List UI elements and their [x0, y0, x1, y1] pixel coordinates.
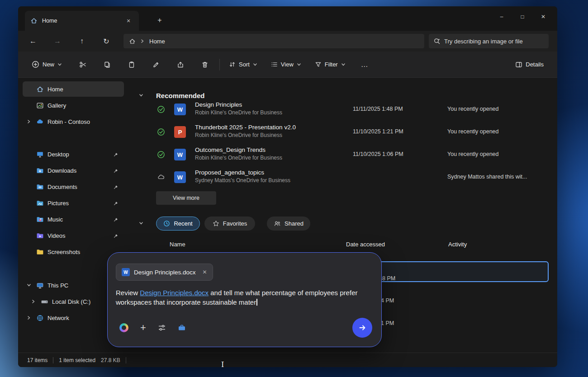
new-button[interactable]: New — [27, 57, 66, 73]
sidebar-item-music[interactable]: Music — [23, 212, 124, 227]
sort-icon — [229, 61, 236, 68]
chevron-down-icon — [341, 62, 346, 67]
view-label: View — [281, 61, 294, 68]
details-label: Details — [526, 61, 544, 68]
attached-file-chip[interactable]: W Design Principles.docx ✕ — [116, 264, 213, 281]
refresh-button[interactable]: ↻ — [99, 34, 114, 48]
share-button[interactable] — [171, 57, 190, 73]
copy-button[interactable] — [97, 57, 117, 73]
view-button[interactable]: View — [266, 57, 306, 73]
network-icon — [35, 313, 44, 322]
sidebar-item-home[interactable]: Home — [23, 81, 124, 97]
chevron-down-icon — [297, 62, 301, 67]
tab-home[interactable]: Home ✕ — [25, 11, 139, 31]
window-controls: – □ ✕ — [491, 9, 554, 24]
tab-shared[interactable]: Shared — [267, 217, 310, 231]
people-icon — [274, 220, 281, 227]
maximize-button[interactable]: □ — [512, 9, 533, 24]
prompt-text-input[interactable]: Review Design Principles.docx and tell m… — [116, 288, 372, 307]
file-location: Robin Kline's OneDrive for Business — [195, 155, 282, 161]
chevron-down-icon[interactable] — [139, 221, 143, 226]
sidebar-item-videos[interactable]: Videos — [23, 228, 124, 243]
file-location: Robin Kline's OneDrive for Business — [195, 109, 282, 116]
word-file-icon: W — [174, 171, 186, 183]
sidebar-item-documents[interactable]: Documents — [23, 179, 124, 194]
recommended-file-row[interactable]: W Design Principles Robin Kline's OneDri… — [128, 99, 550, 119]
text-cursor: I — [221, 360, 224, 369]
chevron-right-icon — [27, 316, 31, 320]
prompt-prefix: Review — [116, 289, 140, 297]
details-pane-icon — [515, 61, 522, 68]
sidebar-item-label: Pictures — [47, 200, 109, 207]
sidebar-item-downloads[interactable]: Downloads — [23, 163, 124, 178]
recommended-file-row[interactable]: P Thunderbolt 2025 - Presentation v2.0 R… — [128, 122, 550, 142]
close-button[interactable]: ✕ — [533, 9, 554, 24]
tab-close-icon[interactable]: ✕ — [123, 16, 133, 26]
filter-button[interactable]: Filter — [310, 57, 350, 73]
pin-icon — [113, 167, 119, 174]
sidebar-item-onedrive[interactable]: Robin - Contoso — [23, 114, 124, 129]
sidebar-item-label: Documents — [47, 184, 109, 190]
pin-icon — [113, 200, 119, 207]
synced-check-icon — [157, 151, 165, 159]
music-folder-icon — [35, 215, 44, 224]
minimize-button[interactable]: – — [491, 9, 512, 24]
file-activity: You recently opened — [447, 128, 499, 135]
sidebar-item-pictures[interactable]: Pictures — [23, 195, 124, 211]
sort-button[interactable]: Sort — [224, 57, 262, 73]
selection-count: 1 item selected — [59, 357, 95, 363]
delete-button[interactable] — [195, 57, 215, 73]
chevron-down-icon[interactable] — [139, 93, 143, 98]
sidebar-item-label: Downloads — [47, 167, 109, 174]
column-header-activity[interactable]: Activity — [448, 241, 467, 248]
status-bar: 17 items 1 item selected 27.8 KB — [18, 353, 557, 367]
add-attachment-button[interactable]: + — [140, 323, 146, 332]
sidebar-item-label: Desktop — [47, 151, 109, 158]
file-location: Sydney Mattos's OneDrive for Business — [195, 177, 290, 184]
up-button[interactable]: ↑ — [74, 34, 90, 48]
file-name: Proposed_agenda_topics — [195, 169, 290, 176]
back-button[interactable]: ← — [25, 34, 41, 48]
tab-label: Shared — [285, 220, 303, 227]
sidebar-item-label: Music — [47, 216, 109, 223]
pin-icon — [113, 232, 119, 239]
breadcrumb[interactable]: Home — [149, 38, 165, 45]
tab-favorites[interactable]: Favorites — [204, 217, 255, 231]
search-box[interactable] — [429, 34, 549, 48]
search-input[interactable] — [444, 38, 544, 45]
desktop-icon — [35, 150, 44, 159]
address-bar[interactable]: Home — [123, 34, 424, 48]
recommended-file-row[interactable]: W Outcomes_Design Trends Robin Kline's O… — [128, 145, 550, 165]
view-more-button[interactable]: View more — [156, 191, 216, 205]
sidebar-item-gallery[interactable]: Gallery — [23, 98, 124, 113]
toolbar-separator — [219, 59, 220, 71]
section-tabs: Recent Favorites Shared — [128, 217, 557, 231]
paste-button[interactable] — [122, 57, 142, 73]
cut-button[interactable] — [73, 57, 93, 73]
chip-close-icon[interactable]: ✕ — [203, 269, 207, 275]
column-header-date-accessed[interactable]: Date accessed — [346, 241, 385, 248]
more-options-button[interactable]: … — [355, 57, 375, 73]
recommended-file-row[interactable]: W Proposed_agenda_topics Sydney Mattos's… — [128, 167, 550, 187]
sidebar-item-desktop[interactable]: Desktop — [23, 146, 124, 162]
plus-circle-icon — [32, 61, 39, 68]
prompt-file-link[interactable]: Design Principles.docx — [140, 289, 209, 297]
status-separator — [126, 357, 126, 363]
rename-button[interactable] — [146, 57, 166, 73]
new-tab-button[interactable]: + — [154, 14, 166, 26]
work-briefcase-button[interactable] — [178, 324, 186, 332]
settings-sliders-button[interactable] — [158, 324, 166, 332]
details-button[interactable]: Details — [511, 57, 548, 73]
tab-title: Home — [42, 18, 57, 24]
file-name: Thunderbolt 2025 - Presentation v2.0 — [195, 124, 296, 131]
tab-recent[interactable]: Recent — [156, 217, 200, 231]
rename-icon — [152, 61, 160, 68]
pin-icon — [113, 151, 119, 158]
documents-folder-icon — [35, 182, 44, 191]
file-activity: You recently opened — [447, 106, 499, 112]
synced-check-icon — [157, 105, 165, 113]
send-button[interactable] — [352, 318, 372, 338]
column-header-name[interactable]: Name — [170, 241, 185, 248]
file-location: Robin Kline's OneDrive for Business — [195, 132, 296, 138]
forward-button[interactable]: → — [50, 34, 65, 48]
